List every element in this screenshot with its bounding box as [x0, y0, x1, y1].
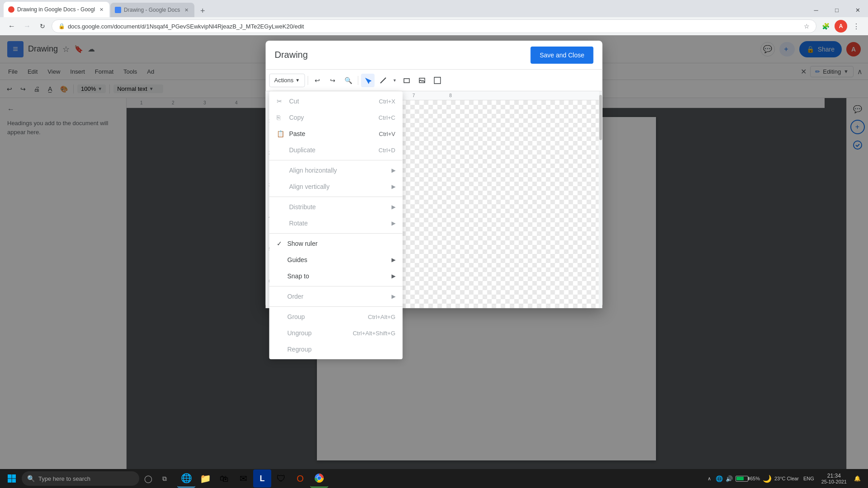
tab-1[interactable]: Drawing in Google Docs - Googl ✕ [4, 2, 109, 17]
tab-1-close[interactable]: ✕ [98, 6, 105, 13]
svg-rect-6 [8, 479, 12, 483]
menu-item-group[interactable]: Group Ctrl+Alt+G [269, 309, 403, 325]
tab-2-title: Drawing - Google Docs [124, 7, 180, 13]
dropdown-separator-1 [269, 160, 403, 160]
svg-rect-5 [12, 474, 16, 479]
drawing-zoom-button[interactable]: 🔍 [341, 74, 355, 87]
address-bar[interactable]: 🔒 docs.google.com/document/d/1Nsqaf4_PGe… [52, 19, 816, 33]
taskbar-app-edge[interactable]: 🌐 [177, 469, 195, 488]
tray-clock[interactable]: 21:34 25-10-2021 [819, 473, 849, 484]
menu-item-copy[interactable]: ⎘ Copy Ctrl+C [269, 109, 403, 126]
menu-item-duplicate[interactable]: Duplicate Ctrl+D [269, 142, 403, 158]
save-and-close-button[interactable]: Save and Close [531, 47, 594, 64]
menu-item-align-h[interactable]: Align horizontally ▶ [269, 162, 403, 178]
taskbar-search[interactable]: 🔍 Type here to search [22, 471, 139, 486]
tray-sound-icon[interactable]: 🔊 [726, 475, 733, 482]
menu-item-snap-to[interactable]: Snap to ▶ [269, 268, 403, 284]
drawing-undo-button[interactable]: ↩ [311, 74, 324, 87]
svg-rect-4 [8, 474, 12, 479]
window-minimize-button[interactable]: ─ [806, 3, 826, 17]
drawing-select-tool[interactable] [361, 74, 374, 87]
address-bar-row: ← → ↻ 🔒 docs.google.com/document/d/1Nsqa… [0, 17, 868, 35]
menu-item-ungroup[interactable]: Ungroup Ctrl+Alt+Shift+G [269, 325, 403, 341]
tab-1-favicon [8, 6, 14, 13]
menu-item-paste[interactable]: 📋 Paste Ctrl+V [269, 126, 403, 142]
profile-avatar[interactable]: A [835, 20, 847, 33]
extensions-button[interactable]: 🧩 [819, 20, 832, 33]
drawing-line-tool[interactable] [376, 74, 390, 87]
cut-label: Cut [289, 98, 379, 105]
menu-item-guides[interactable]: Guides ▶ [269, 252, 403, 268]
browser-chrome: Drawing in Google Docs - Googl ✕ Drawing… [0, 0, 868, 35]
window-close-button[interactable]: ✕ [847, 3, 868, 17]
snap-to-arrow-icon: ▶ [392, 273, 396, 279]
menu-item-show-ruler[interactable]: ✓ Show ruler [269, 235, 403, 252]
tray-weather-icon[interactable]: 🌙 [763, 474, 772, 483]
tab-2-close[interactable]: ✕ [183, 6, 190, 14]
drawing-image-tool[interactable] [415, 74, 429, 87]
drawing-dialog: Drawing Save and Close Actions ▼ ↩ ↪ 🔍 ▼ [266, 41, 603, 308]
cut-shortcut: Ctrl+X [379, 98, 395, 105]
taskbar-app-explorer[interactable]: 📁 [196, 469, 214, 488]
copy-label: Copy [289, 114, 379, 121]
ungroup-label: Ungroup [288, 329, 353, 337]
nav-forward-button[interactable]: → [21, 20, 33, 33]
menu-item-cut[interactable]: ✂ Cut Ctrl+X [269, 93, 403, 109]
drawing-text-tool[interactable] [430, 74, 444, 87]
tab-2[interactable]: Drawing - Google Docs ✕ [110, 3, 194, 17]
menu-item-distribute[interactable]: Distribute ▶ [269, 199, 403, 215]
cut-icon: ✂ [277, 98, 286, 105]
system-tray: ∧ 🌐 🔊 65% 🌙 23°C Clear ENG 21:34 25-10-2… [706, 473, 864, 484]
align-v-arrow-icon: ▶ [392, 183, 396, 190]
dropdown-separator-4 [269, 286, 403, 286]
nav-refresh-button[interactable]: ↻ [36, 20, 49, 33]
more-options-button[interactable]: ⋮ [850, 20, 863, 33]
taskbar-apps: 🌐 📁 🛍 ✉ L 🛡 O [174, 469, 704, 488]
menu-item-rotate[interactable]: Rotate ▶ [269, 215, 403, 231]
taskbar-app-store[interactable]: 🛍 [215, 469, 233, 488]
address-lock-icon: 🔒 [58, 23, 65, 29]
drawing-scrollbar[interactable] [599, 91, 603, 308]
tray-up-arrow[interactable]: ∧ [706, 476, 713, 482]
actions-button[interactable]: Actions ▼ [269, 74, 305, 87]
duplicate-label: Duplicate [289, 146, 379, 154]
nav-back-button[interactable]: ← [5, 20, 18, 33]
taskbar-app-mcafee[interactable]: 🛡 [272, 469, 290, 488]
menu-item-align-v[interactable]: Align vertically ▶ [269, 178, 403, 195]
taskbar-app-mail[interactable]: ✉ [234, 469, 252, 488]
tray-temperature: 23°C Clear [774, 476, 799, 481]
paste-label: Paste [289, 130, 379, 137]
battery-percent: 65% [750, 476, 760, 481]
tray-date: 25-10-2021 [821, 479, 847, 484]
tray-notifications[interactable]: 🔔 [852, 475, 863, 482]
menu-item-regroup[interactable]: Regroup [269, 341, 403, 357]
tray-time: 21:34 [827, 473, 841, 479]
tab-1-title: Drawing in Google Docs - Googl [17, 6, 95, 13]
dropdown-separator-3 [269, 233, 403, 234]
new-tab-button[interactable]: + [196, 5, 209, 17]
task-view-button[interactable]: ⧉ [157, 471, 172, 486]
cortana-button[interactable]: ◯ [141, 471, 156, 486]
taskbar-app-l[interactable]: L [253, 469, 271, 488]
tray-battery[interactable]: 65% [736, 476, 760, 482]
svg-rect-1 [404, 79, 409, 83]
ungroup-shortcut: Ctrl+Alt+Shift+G [353, 330, 395, 337]
actions-dropdown: ✂ Cut Ctrl+X ⎘ Copy Ctrl+C 📋 Paste Ctrl+… [269, 91, 403, 359]
taskbar-app-365[interactable]: O [291, 469, 309, 488]
taskbar-app-chrome[interactable] [310, 469, 328, 488]
address-star-icon[interactable]: ☆ [804, 23, 810, 30]
regroup-label: Regroup [288, 346, 396, 353]
battery-fill [736, 477, 744, 480]
drawing-scrollbar-thumb[interactable] [599, 95, 602, 140]
group-shortcut: Ctrl+Alt+G [368, 314, 396, 320]
actions-label: Actions [274, 77, 294, 84]
drawing-line-chevron[interactable]: ▼ [392, 74, 398, 87]
drawing-shape-tool[interactable] [400, 74, 413, 87]
tab-2-favicon [115, 7, 121, 13]
tray-network-icon[interactable]: 🌐 [716, 475, 723, 482]
menu-item-order[interactable]: Order ▶ [269, 288, 403, 305]
drawing-redo-button[interactable]: ↪ [326, 74, 340, 87]
actions-chevron-icon: ▼ [295, 78, 300, 83]
window-maximize-button[interactable]: □ [826, 3, 847, 17]
start-button[interactable] [4, 470, 20, 487]
